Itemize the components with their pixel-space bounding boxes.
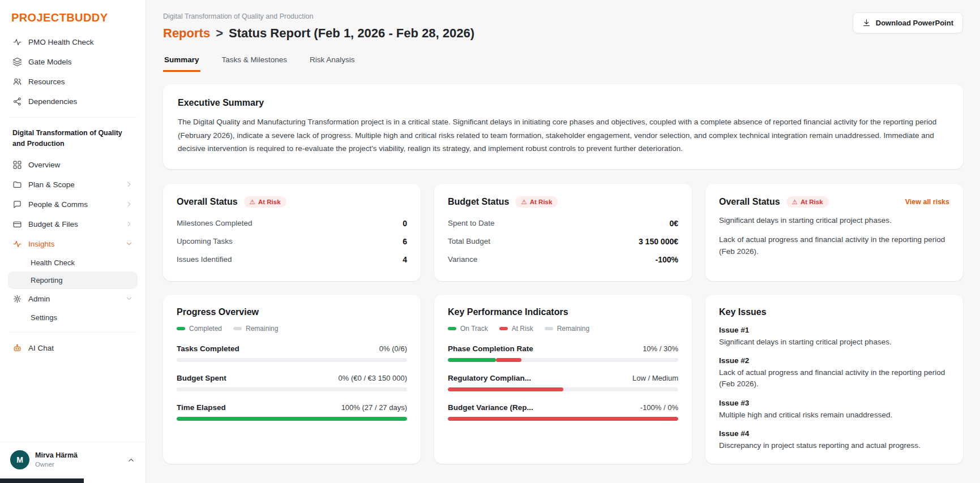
sidebar-item-label: Gate Models xyxy=(28,58,72,66)
metric-rows: Spent to Date 0€ Total Budget 3 150 000€… xyxy=(448,214,678,269)
progress-overview-card: Progress Overview Completed Remaining Ta… xyxy=(163,295,421,464)
gear-icon xyxy=(12,294,22,304)
metric-value: -100% xyxy=(656,255,678,264)
metric-row: Milestones Completed 0 xyxy=(177,214,407,232)
metric-label: Spent to Date xyxy=(448,219,495,227)
download-icon xyxy=(862,19,871,27)
issue-title: Issue #2 xyxy=(719,356,949,365)
robot-icon xyxy=(12,343,22,353)
sidebar-item-ai-chat[interactable]: AI Chat xyxy=(8,338,138,358)
user-meta: Mirva Härmä Owner xyxy=(35,451,78,469)
bar-value: 100% (27 / 27 days) xyxy=(341,403,407,412)
issue-text: Significant delays in starting critical … xyxy=(719,337,949,348)
project-name: Digital Transformation of Quality and Pr… xyxy=(8,123,138,155)
legend-item: Remaining xyxy=(233,325,278,333)
issue-text: Discrepancy in project status reporting … xyxy=(719,440,949,451)
sidebar-item-insights[interactable]: Insights xyxy=(8,234,138,254)
card-head: Overall Status ⚠At Risk View all risks xyxy=(719,196,949,208)
legend-dot xyxy=(499,327,508,330)
sidebar-subitem-reporting[interactable]: Reporting xyxy=(8,271,138,289)
folder-icon xyxy=(12,180,22,189)
tab-summary[interactable]: Summary xyxy=(163,54,200,72)
metric-value: 3 150 000€ xyxy=(639,237,678,246)
bar-label: Time Elapsed xyxy=(177,403,226,412)
chevron-right-icon xyxy=(125,200,133,208)
legend-dot xyxy=(233,327,242,330)
issue-item: Issue #4 Discrepancy in project status r… xyxy=(719,429,949,451)
warning-icon: ⚠ xyxy=(792,198,798,206)
sidebar-item-admin[interactable]: Admin xyxy=(8,289,138,309)
user-menu[interactable]: M Mirva Härmä Owner xyxy=(0,442,145,475)
kpi-row-budget-variance: Budget Variance (Rep...-100% / 0% xyxy=(448,403,678,421)
risk-paragraph: Significant delays in starting critical … xyxy=(719,215,949,227)
sidebar-item-dependencies[interactable]: Dependencies xyxy=(8,92,138,111)
kpi-card: Key Performance Indicators On Track At R… xyxy=(434,295,692,464)
view-all-risks-link[interactable]: View all risks xyxy=(905,198,949,206)
progress-row-budget: Budget Spent0% (€0 / €3 150 000) xyxy=(177,374,407,391)
bar-value: 0% (€0 / €3 150 000) xyxy=(339,374,407,382)
sidebar-item-plan-scope[interactable]: Plan & Scope xyxy=(8,175,138,195)
download-powerpoint-button[interactable]: Download PowerPoint xyxy=(853,12,963,33)
chevron-right-icon xyxy=(125,180,133,188)
legend-item: At Risk xyxy=(499,325,533,333)
bar-label: Budget Spent xyxy=(177,374,226,382)
at-risk-badge: ⚠At Risk xyxy=(786,196,829,208)
card-title: Key Issues xyxy=(719,307,949,317)
metric-row: Variance -100% xyxy=(448,251,678,269)
download-button-label: Download PowerPoint xyxy=(876,19,953,27)
legend-dot xyxy=(545,327,553,330)
metric-label: Issues Identified xyxy=(177,255,232,264)
taskbar-strip xyxy=(0,478,84,483)
executive-summary-title: Executive Summary xyxy=(178,98,948,108)
title-separator: > xyxy=(216,26,223,41)
issue-text: Multiple high and critical risks remain … xyxy=(719,409,949,421)
tab-risk-analysis[interactable]: Risk Analysis xyxy=(309,54,356,72)
activity-icon xyxy=(12,239,22,249)
executive-summary-body: The Digital Quality and Manufacturing Tr… xyxy=(178,115,948,156)
sidebar-item-resources[interactable]: Resources xyxy=(8,72,138,92)
credit-card-icon xyxy=(12,219,22,229)
metric-value: 0 xyxy=(403,219,407,228)
issue-title: Issue #1 xyxy=(719,326,949,334)
card-title: Overall Status xyxy=(177,197,238,207)
bar-fill xyxy=(448,417,678,421)
issue-text: Lack of actual progress and financial ac… xyxy=(719,367,949,390)
sidebar-item-label: Budget & Files xyxy=(28,220,78,228)
metric-value: 0€ xyxy=(669,219,678,228)
legend-item: On Track xyxy=(448,325,488,333)
sidebar-item-pmo-health-check[interactable]: PMO Health Check xyxy=(8,32,138,52)
page-title: Reports > Status Report (Feb 1, 2026 - F… xyxy=(163,26,474,41)
sidebar-subitem-health-check[interactable]: Health Check xyxy=(8,254,138,271)
metric-label: Variance xyxy=(448,255,477,264)
divider xyxy=(9,117,136,118)
metric-label: Upcoming Tasks xyxy=(177,237,233,245)
sidebar-item-overview[interactable]: Overview xyxy=(8,155,138,175)
project-nav: Overview Plan & Scope People & Comms Bud… xyxy=(8,155,138,326)
at-risk-badge: ⚠At Risk xyxy=(244,196,286,208)
bar-fill xyxy=(448,358,496,362)
legend-dot xyxy=(448,327,456,330)
sidebar-item-people-comms[interactable]: People & Comms xyxy=(8,195,138,214)
risk-paragraph: Lack of actual progress and financial ac… xyxy=(719,234,949,258)
warning-icon: ⚠ xyxy=(250,198,255,206)
tab-tasks-milestones[interactable]: Tasks & Milestones xyxy=(221,54,289,72)
bar-value: 0% (0/6) xyxy=(379,344,407,353)
progress-bar xyxy=(177,417,407,421)
sidebar-item-label: AI Chat xyxy=(28,344,54,352)
kpi-row-phase-completion: Phase Completion Rate10% / 30% xyxy=(448,344,678,362)
sidebar-item-label: Admin xyxy=(28,295,50,303)
sidebar-item-gate-models[interactable]: Gate Models xyxy=(8,52,138,72)
sidebar-item-budget-files[interactable]: Budget & Files xyxy=(8,214,138,234)
legend-dot xyxy=(177,327,185,330)
sidebar-item-label: People & Comms xyxy=(28,200,88,209)
chat-icon xyxy=(12,200,22,209)
avatar: M xyxy=(10,450,29,469)
metric-value: 6 xyxy=(403,237,407,246)
sidebar-subitem-settings[interactable]: Settings xyxy=(8,309,138,326)
bar-label: Tasks Completed xyxy=(177,344,239,353)
metric-label: Milestones Completed xyxy=(177,219,253,227)
issue-item: Issue #1 Significant delays in starting … xyxy=(719,326,949,348)
global-nav: PMO Health Check Gate Models Resources D… xyxy=(8,32,138,111)
issue-item: Issue #3 Multiple high and critical risk… xyxy=(719,399,949,421)
reports-link[interactable]: Reports xyxy=(163,26,210,41)
